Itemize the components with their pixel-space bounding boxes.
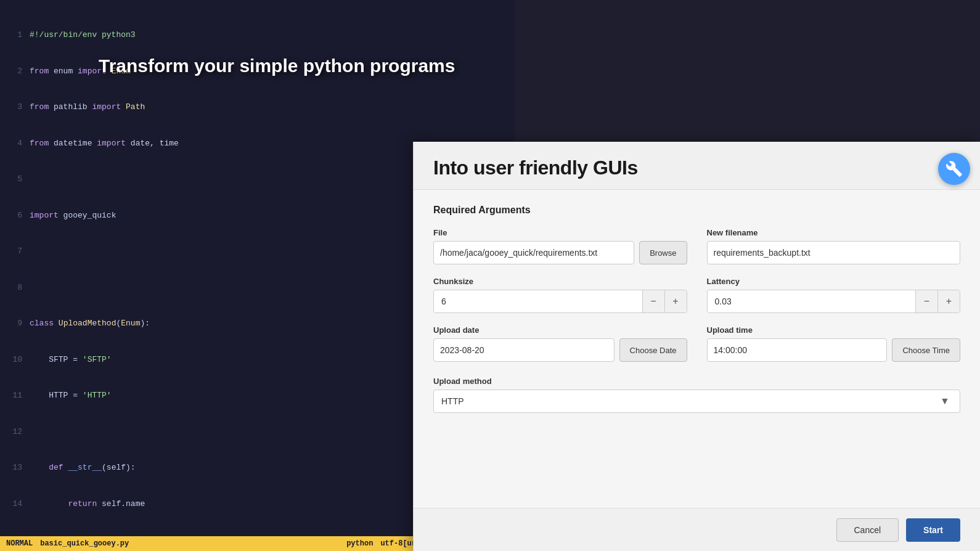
status-filename: basic_quick_gooey.py xyxy=(40,539,346,548)
chunksize-field: Chunksize 6 − + xyxy=(433,277,687,313)
chunksize-decrement-button[interactable]: − xyxy=(642,290,664,313)
file-input-row: Browse xyxy=(433,241,687,264)
section-title: Required Arguments xyxy=(433,205,960,216)
gui-body: Required Arguments File Browse New filen… xyxy=(414,190,980,508)
cancel-button[interactable]: Cancel xyxy=(836,518,899,542)
new-filename-input[interactable] xyxy=(707,241,961,264)
editor-mode: NORMAL xyxy=(6,539,33,548)
new-filename-label: New filename xyxy=(707,228,961,237)
lattency-increment-button[interactable]: + xyxy=(937,290,960,313)
status-filetype: python xyxy=(346,539,373,548)
upload-time-input[interactable] xyxy=(707,338,888,362)
dropdown-arrow-icon: ▼ xyxy=(937,394,952,409)
upload-date-label: Upload date xyxy=(433,325,687,335)
choose-date-button[interactable]: Choose Date xyxy=(619,338,687,362)
status-bar: NORMAL basic_quick_gooey.py python utf-8… xyxy=(0,536,422,551)
chunksize-number-field: 6 − + xyxy=(433,290,687,313)
file-input[interactable] xyxy=(433,241,634,264)
lattency-field: Lattency 0.03 − + xyxy=(707,277,961,313)
gui-header: Into user friendly GUIs xyxy=(414,142,980,190)
lattency-number-field: 0.03 − + xyxy=(707,290,961,313)
chunksize-increment-button[interactable]: + xyxy=(664,290,687,313)
wrench-settings-icon[interactable] xyxy=(938,153,970,185)
gui-title: Into user friendly GUIs xyxy=(433,157,960,179)
browse-button[interactable]: Browse xyxy=(639,241,687,264)
new-filename-field: New filename xyxy=(707,228,961,264)
upload-method-label: Upload method xyxy=(433,377,960,386)
file-label: File xyxy=(433,228,687,237)
file-field: File Browse xyxy=(433,228,687,264)
lattency-decrement-button[interactable]: − xyxy=(915,290,937,313)
choose-time-button[interactable]: Choose Time xyxy=(892,338,960,362)
chunksize-label: Chunksize xyxy=(433,277,687,286)
start-button[interactable]: Start xyxy=(906,518,960,542)
lattency-value: 0.03 xyxy=(708,296,916,306)
upload-time-label: Upload time xyxy=(707,325,961,335)
upload-date-field: Upload date Choose Date xyxy=(433,325,687,362)
upload-date-input[interactable] xyxy=(433,338,615,362)
upload-method-value: HTTP xyxy=(441,396,937,406)
upload-date-input-row: Choose Date xyxy=(433,338,687,362)
form-grid-top: File Browse New filename Chunksize 6 − + xyxy=(433,228,960,362)
lattency-label: Lattency xyxy=(707,277,961,286)
gui-footer: Cancel Start xyxy=(414,508,980,551)
chunksize-value: 6 xyxy=(434,296,642,306)
upload-method-field: Upload method HTTP ▼ xyxy=(433,377,960,413)
upload-time-field: Upload time Choose Time xyxy=(707,325,961,362)
status-encoding: utf-8[ur xyxy=(380,539,416,548)
upload-method-dropdown[interactable]: HTTP ▼ xyxy=(433,390,960,413)
gui-panel: Into user friendly GUIs Required Argumen… xyxy=(413,142,980,551)
upload-time-input-row: Choose Time xyxy=(707,338,961,362)
